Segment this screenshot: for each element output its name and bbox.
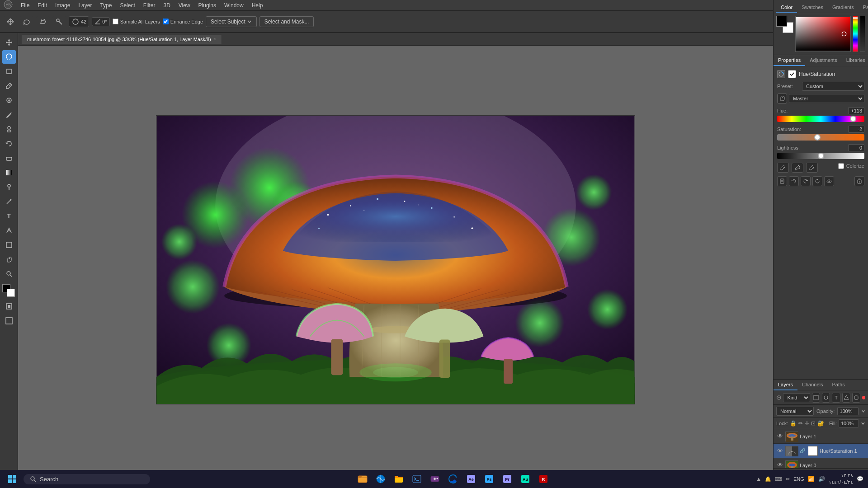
layer-pixel-btn[interactable] — [812, 393, 820, 403]
tab-layers[interactable]: Layers — [774, 380, 797, 390]
sample-all-layers-input[interactable] — [113, 19, 118, 24]
light-slider-thumb[interactable] — [818, 153, 824, 159]
layer-smart-btn[interactable] — [852, 393, 860, 403]
start-button[interactable] — [5, 471, 20, 487]
quick-mask-btn[interactable] — [2, 300, 16, 313]
tab-close-btn[interactable]: × — [213, 37, 216, 42]
pen-icon[interactable]: ✏ — [786, 476, 790, 482]
gradient-tool[interactable] — [2, 166, 16, 179]
tab-properties[interactable]: Properties — [774, 55, 805, 66]
au-icon[interactable]: Au — [518, 471, 533, 487]
colorize-checkbox[interactable] — [838, 163, 844, 169]
fill-value[interactable]: 100% — [839, 419, 859, 427]
fg-bg-color-widget[interactable] — [2, 284, 16, 297]
network-icon[interactable]: 📶 — [808, 476, 815, 482]
move-tool[interactable] — [2, 36, 16, 49]
dodge-tool[interactable] — [2, 180, 16, 194]
select-subject-button[interactable]: Select Subject — [206, 16, 257, 27]
enhance-edge-input[interactable] — [163, 19, 169, 24]
text-tool[interactable]: T — [2, 209, 16, 223]
layer-adj-btn[interactable] — [822, 393, 830, 403]
foreground-color-box[interactable] — [776, 16, 787, 27]
menu-layer[interactable]: Layer — [75, 1, 95, 9]
layer-visibility-icon[interactable]: 👁 — [776, 433, 783, 440]
menu-3d[interactable]: 3D — [160, 1, 174, 9]
lasso-tool-btn[interactable] — [20, 16, 33, 27]
reset-btn[interactable] — [812, 176, 822, 186]
notification-chevron-icon[interactable]: ▲ — [756, 476, 761, 482]
terminal-icon[interactable] — [409, 471, 425, 487]
keyboard-icon[interactable]: ⌨ — [775, 476, 782, 482]
action-center-icon[interactable]: 💬 — [857, 476, 863, 482]
clip-to-layer-btn[interactable] — [777, 176, 787, 186]
healing-brush-tool[interactable] — [2, 94, 16, 107]
ae-icon[interactable]: Ae — [463, 471, 479, 487]
folder-icon[interactable] — [391, 471, 406, 487]
channel-hand-icon[interactable] — [777, 94, 787, 103]
pen-tool[interactable] — [2, 195, 16, 208]
language-indicator[interactable]: ENG — [793, 476, 804, 482]
channel-select[interactable]: Master — [789, 94, 864, 103]
lightness-slider-track[interactable] — [777, 153, 864, 159]
menu-filter[interactable]: Filter — [140, 1, 159, 9]
eyedropper-add-btn[interactable]: + — [792, 163, 803, 173]
browser-icon[interactable] — [373, 471, 388, 487]
lasso-tool[interactable] — [2, 50, 16, 64]
saturation-slider-track[interactable] — [777, 134, 864, 141]
menu-help[interactable]: Help — [248, 1, 267, 9]
red-app-icon[interactable]: R — [536, 471, 551, 487]
colorize-checkbox-label[interactable]: Colorize — [838, 163, 864, 169]
menu-plugins[interactable]: Plugins — [195, 1, 220, 9]
menu-type[interactable]: Type — [96, 1, 115, 9]
shape-tool[interactable] — [2, 238, 16, 252]
sat-slider-thumb[interactable] — [814, 134, 821, 141]
file-explorer-icon[interactable] — [355, 471, 370, 487]
tab-patterns[interactable]: Patterns — [859, 3, 868, 13]
games-icon[interactable] — [427, 471, 443, 487]
brush-tool[interactable] — [2, 108, 16, 122]
zoom-tool[interactable] — [2, 267, 16, 281]
magic-wand-btn[interactable] — [52, 16, 66, 27]
menu-edit[interactable]: Edit — [34, 1, 51, 9]
menu-image[interactable]: Image — [52, 1, 74, 9]
menu-file[interactable]: File — [17, 1, 33, 9]
layer-visibility-icon[interactable]: 👁 — [776, 447, 783, 454]
hue-value[interactable]: +113 — [848, 107, 864, 114]
move-tool-btn[interactable] — [4, 16, 17, 27]
tab-libraries[interactable]: Libraries — [842, 55, 868, 66]
blend-mode-select[interactable]: Normal — [776, 407, 814, 416]
eyedropper-btn[interactable] — [777, 163, 789, 173]
path-selection-tool[interactable] — [2, 224, 16, 237]
layer-filter-select[interactable]: Kind — [783, 393, 810, 402]
tab-channels[interactable]: Channels — [797, 380, 827, 390]
edge-icon[interactable] — [445, 471, 461, 487]
previous-state-btn[interactable] — [789, 176, 799, 186]
eraser-tool[interactable] — [2, 151, 16, 165]
layer-type-btn[interactable]: T — [832, 393, 840, 403]
hand-tool[interactable] — [2, 253, 16, 266]
sample-all-layers-checkbox[interactable]: Sample All Layers — [113, 19, 160, 24]
hue-strip[interactable] — [853, 16, 858, 52]
opacity-value[interactable]: 100% — [837, 407, 859, 415]
select-and-mask-button[interactable]: Select and Mask... — [259, 16, 314, 27]
clone-stamp-tool[interactable] — [2, 122, 16, 136]
color-spectrum[interactable] — [795, 16, 851, 52]
layer-row[interactable]: 👁 🔗 Hue/Saturation 1 — [774, 444, 868, 458]
menu-select[interactable]: Select — [116, 1, 138, 9]
notification-icon[interactable]: 🔔 — [765, 476, 771, 482]
mushroom-canvas[interactable] — [156, 115, 635, 404]
lasso-tool-btn2[interactable] — [36, 16, 50, 27]
lock-move-icon[interactable]: ✛ — [805, 420, 809, 427]
menu-view[interactable]: View — [175, 1, 194, 9]
history-brush-tool[interactable] — [2, 137, 16, 150]
layer-row[interactable]: 👁 Layer 0 — [774, 458, 868, 468]
delete-adj-btn[interactable] — [854, 176, 864, 186]
taskbar-clock[interactable]: ١٢:٢٨ ١٤٤٦/٠٤/٢٤ — [829, 472, 853, 486]
menu-window[interactable]: Window — [221, 1, 247, 9]
hue-slider-thumb[interactable] — [850, 116, 856, 122]
eyedropper-tool[interactable] — [2, 79, 16, 93]
tab-swatches[interactable]: Swatches — [797, 3, 828, 13]
preset-select[interactable]: Custom — [802, 82, 864, 91]
lightness-value[interactable]: 0 — [848, 144, 864, 151]
screen-mode-btn[interactable] — [2, 314, 16, 328]
